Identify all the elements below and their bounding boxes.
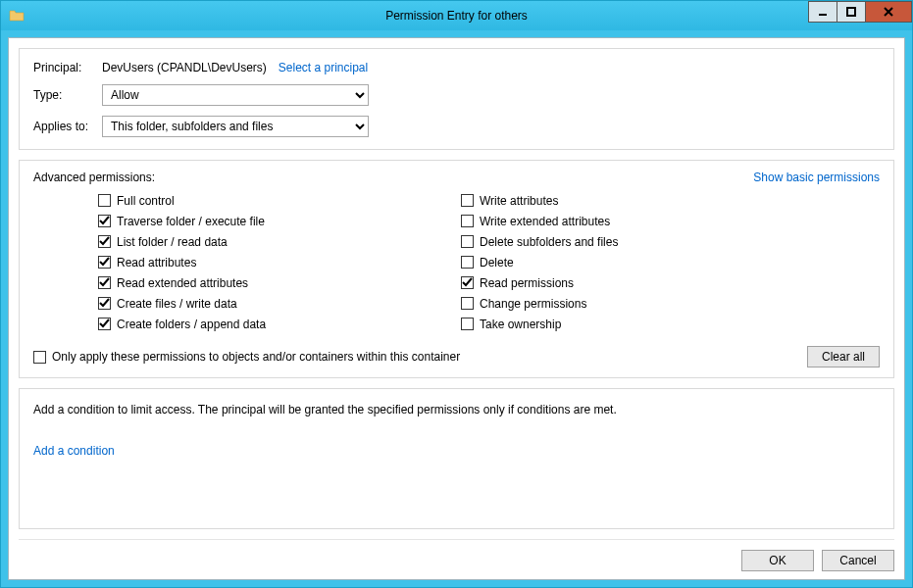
permission-label: Traverse folder / execute file bbox=[117, 215, 265, 228]
permission-checkbox[interactable] bbox=[98, 318, 111, 330]
permission-item: Take ownership bbox=[461, 314, 824, 334]
principal-panel: Principal: DevUsers (CPANDL\DevUsers) Se… bbox=[19, 48, 894, 150]
permission-item: Read permissions bbox=[461, 272, 824, 293]
svg-rect-1 bbox=[847, 8, 855, 16]
window-controls bbox=[809, 1, 912, 23]
permission-checkbox[interactable] bbox=[461, 235, 474, 248]
permission-item: Read extended attributes bbox=[98, 272, 461, 293]
maximize-button[interactable] bbox=[837, 1, 866, 23]
advanced-permissions-heading: Advanced permissions: bbox=[33, 171, 155, 184]
permission-label: Take ownership bbox=[480, 318, 561, 331]
ok-button[interactable]: OK bbox=[741, 550, 814, 571]
permission-item: Write extended attributes bbox=[461, 211, 824, 231]
permission-checkbox[interactable] bbox=[461, 215, 474, 227]
permission-label: Write extended attributes bbox=[480, 215, 610, 228]
permission-checkbox[interactable] bbox=[98, 194, 111, 207]
applies-to-label: Applies to: bbox=[33, 120, 102, 133]
minimize-button[interactable] bbox=[808, 1, 837, 23]
permission-label: Read attributes bbox=[117, 256, 196, 270]
window-frame: Permission Entry for others Principal: D… bbox=[0, 0, 913, 588]
permissions-column-left: Full controlTraverse folder / execute fi… bbox=[98, 190, 461, 334]
permission-label: Create files / write data bbox=[117, 297, 237, 311]
permission-checkbox[interactable] bbox=[98, 235, 111, 248]
add-condition-link[interactable]: Add a condition bbox=[33, 444, 115, 458]
only-apply-label: Only apply these permissions to objects … bbox=[52, 350, 460, 364]
permission-label: Full control bbox=[117, 194, 175, 208]
permission-label: Delete bbox=[480, 256, 514, 270]
cancel-button[interactable]: Cancel bbox=[822, 550, 894, 571]
permission-label: Create folders / append data bbox=[117, 318, 266, 331]
permission-label: Write attributes bbox=[480, 194, 558, 208]
only-apply-checkbox[interactable] bbox=[33, 351, 46, 364]
condition-panel: Add a condition to limit access. The pri… bbox=[19, 388, 894, 529]
permission-item: Delete subfolders and files bbox=[461, 231, 824, 252]
svg-rect-0 bbox=[819, 14, 827, 16]
permissions-column-right: Write attributesWrite extended attribute… bbox=[461, 190, 824, 334]
applies-to-select[interactable]: This folder, subfolders and files bbox=[102, 116, 369, 137]
permission-item: Create folders / append data bbox=[98, 314, 461, 334]
condition-text: Add a condition to limit access. The pri… bbox=[33, 403, 880, 416]
permission-item: Full control bbox=[98, 190, 461, 211]
permission-checkbox[interactable] bbox=[98, 256, 111, 269]
titlebar[interactable]: Permission Entry for others bbox=[1, 1, 912, 30]
permission-label: Change permissions bbox=[480, 297, 586, 311]
permission-label: Read permissions bbox=[480, 276, 574, 290]
type-select[interactable]: Allow bbox=[102, 84, 369, 106]
permission-checkbox[interactable] bbox=[98, 276, 111, 289]
permission-item: Change permissions bbox=[461, 293, 824, 314]
principal-value: DevUsers (CPANDL\DevUsers) bbox=[102, 61, 267, 74]
permission-checkbox[interactable] bbox=[461, 297, 474, 310]
bottom-bar: OK Cancel bbox=[19, 539, 894, 571]
permission-label: Read extended attributes bbox=[117, 276, 248, 290]
permission-item: Delete bbox=[461, 252, 824, 272]
close-button[interactable] bbox=[865, 1, 912, 23]
permission-checkbox[interactable] bbox=[461, 318, 474, 330]
permission-item: Traverse folder / execute file bbox=[98, 211, 461, 231]
permission-checkbox[interactable] bbox=[461, 276, 474, 289]
permission-checkbox[interactable] bbox=[98, 297, 111, 310]
permissions-panel: Advanced permissions: Show basic permiss… bbox=[19, 160, 894, 378]
permission-checkbox[interactable] bbox=[461, 256, 474, 269]
client-border: Principal: DevUsers (CPANDL\DevUsers) Se… bbox=[1, 30, 912, 587]
permission-label: List folder / read data bbox=[117, 235, 228, 249]
permission-label: Delete subfolders and files bbox=[480, 235, 618, 249]
permission-item: Read attributes bbox=[98, 252, 461, 272]
show-basic-permissions-link[interactable]: Show basic permissions bbox=[753, 171, 880, 184]
window-title: Permission Entry for others bbox=[1, 9, 912, 23]
principal-label: Principal: bbox=[33, 61, 102, 74]
folder-icon bbox=[9, 8, 25, 24]
select-principal-link[interactable]: Select a principal bbox=[279, 61, 368, 74]
client-area: Principal: DevUsers (CPANDL\DevUsers) Se… bbox=[8, 37, 905, 580]
permission-item: Write attributes bbox=[461, 190, 824, 211]
permission-item: List folder / read data bbox=[98, 231, 461, 252]
permission-item: Create files / write data bbox=[98, 293, 461, 314]
permission-checkbox[interactable] bbox=[461, 194, 474, 207]
clear-all-button[interactable]: Clear all bbox=[807, 346, 880, 368]
type-label: Type: bbox=[33, 88, 102, 102]
permission-checkbox[interactable] bbox=[98, 215, 111, 227]
